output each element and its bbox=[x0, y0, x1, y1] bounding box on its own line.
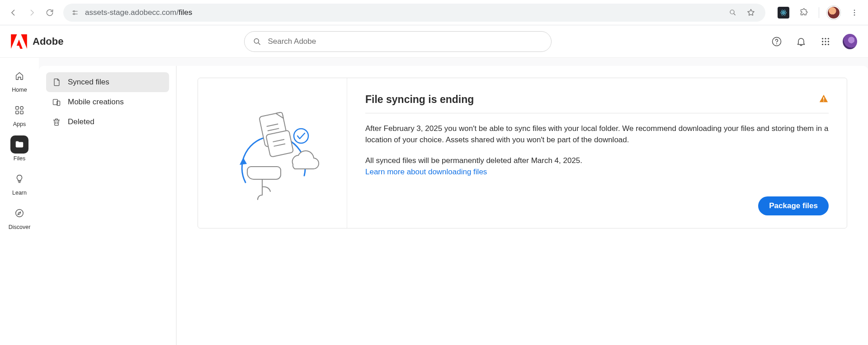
app-shell: Adobe bbox=[0, 25, 868, 345]
rail-item-home[interactable]: Home bbox=[7, 64, 32, 97]
notice-paragraph-2: All synced files will be permanently del… bbox=[365, 155, 829, 167]
svg-point-20 bbox=[825, 43, 826, 45]
warning-icon bbox=[819, 94, 829, 106]
browser-actions bbox=[774, 4, 863, 22]
sync-ending-notice: File syncing is ending After February 3,… bbox=[198, 78, 847, 228]
browser-forward-button[interactable] bbox=[23, 4, 41, 22]
zoom-icon bbox=[729, 9, 737, 17]
browser-profile-button[interactable] bbox=[825, 4, 843, 22]
svg-point-15 bbox=[828, 37, 829, 39]
sync-illustration-icon bbox=[225, 103, 320, 203]
svg-rect-32 bbox=[266, 130, 293, 157]
brand-name: Adobe bbox=[33, 36, 63, 47]
account-avatar-icon bbox=[843, 34, 857, 49]
svg-point-18 bbox=[828, 41, 829, 42]
main-content: File syncing is ending After February 3,… bbox=[177, 66, 868, 345]
rail-label: Home bbox=[12, 87, 27, 93]
puzzle-icon bbox=[800, 8, 809, 17]
rail-item-discover[interactable]: Discover bbox=[7, 201, 32, 234]
compass-icon bbox=[14, 208, 25, 219]
rail-label: Discover bbox=[9, 224, 31, 230]
learn-more-link[interactable]: Learn more about downloading files bbox=[365, 168, 829, 177]
bookmark-star-button[interactable] bbox=[744, 5, 758, 20]
svg-point-13 bbox=[822, 37, 823, 39]
rail-label: Learn bbox=[12, 190, 27, 196]
extensions-button[interactable] bbox=[795, 4, 813, 22]
nav-rail: Home Apps Files Learn bbox=[0, 58, 39, 345]
bell-icon bbox=[796, 36, 807, 47]
react-icon bbox=[778, 7, 789, 19]
account-button[interactable] bbox=[843, 34, 857, 49]
svg-point-3 bbox=[783, 12, 784, 13]
toolbar-separator bbox=[819, 7, 819, 18]
lightbulb-icon bbox=[14, 173, 25, 184]
svg-point-7 bbox=[854, 9, 855, 11]
app-switcher-button[interactable] bbox=[818, 34, 833, 49]
notice-illustration bbox=[198, 78, 347, 228]
reload-icon bbox=[45, 8, 54, 17]
arrow-right-icon bbox=[27, 8, 36, 17]
address-url: assets-stage.adobecc.com/files bbox=[85, 8, 192, 17]
rail-item-files[interactable]: Files bbox=[7, 133, 32, 165]
svg-point-8 bbox=[854, 12, 855, 13]
rail-label: Apps bbox=[13, 121, 26, 127]
address-bar[interactable]: assets-stage.adobecc.com/files bbox=[63, 4, 765, 22]
browser-menu-button[interactable] bbox=[845, 4, 863, 22]
notifications-button[interactable] bbox=[794, 34, 808, 49]
sidebar-item-label: Synced files bbox=[68, 78, 109, 87]
sidebar-item-synced-files[interactable]: Synced files bbox=[46, 72, 169, 92]
svg-point-14 bbox=[825, 37, 826, 39]
trash-icon bbox=[52, 117, 61, 127]
url-host: assets-stage.adobecc.com/ bbox=[85, 8, 179, 17]
search-input[interactable] bbox=[268, 37, 543, 46]
rail-label: Files bbox=[14, 155, 25, 162]
react-devtools-extension-button[interactable] bbox=[774, 4, 793, 22]
svg-point-2 bbox=[730, 10, 734, 14]
app-header: Adobe bbox=[0, 25, 868, 58]
notice-paragraph-1: After February 3, 2025 you won't be able… bbox=[365, 123, 829, 145]
notice-body: File syncing is ending After February 3,… bbox=[347, 78, 847, 228]
app-body: Home Apps Files Learn bbox=[0, 58, 868, 345]
svg-point-23 bbox=[20, 107, 23, 109]
browser-toolbar: assets-stage.adobecc.com/files bbox=[0, 0, 868, 25]
zoom-indicator-button[interactable] bbox=[726, 5, 740, 20]
search-field[interactable] bbox=[244, 31, 552, 52]
browser-back-button[interactable] bbox=[5, 4, 23, 22]
svg-point-19 bbox=[822, 43, 823, 45]
browser-reload-button[interactable] bbox=[41, 4, 59, 22]
file-icon bbox=[52, 77, 61, 87]
svg-point-10 bbox=[255, 38, 259, 43]
waffle-icon bbox=[821, 37, 830, 47]
rail-item-learn[interactable]: Learn bbox=[7, 167, 32, 200]
brand[interactable]: Adobe bbox=[11, 34, 63, 49]
devices-icon bbox=[52, 98, 61, 107]
svg-point-17 bbox=[825, 41, 826, 42]
svg-point-0 bbox=[73, 10, 75, 12]
package-files-button[interactable]: Package files bbox=[758, 196, 829, 215]
rail-item-apps[interactable]: Apps bbox=[7, 98, 32, 131]
sidebar-item-deleted[interactable]: Deleted bbox=[46, 112, 169, 132]
svg-rect-24 bbox=[16, 111, 19, 114]
svg-point-21 bbox=[828, 43, 829, 45]
notice-title: File syncing is ending bbox=[365, 93, 474, 106]
site-settings-icon[interactable] bbox=[71, 9, 80, 17]
help-button[interactable] bbox=[769, 34, 784, 49]
svg-point-1 bbox=[73, 13, 75, 14]
files-sidebar: Synced files Mobile creations Deleted bbox=[39, 66, 177, 345]
adobe-logo-icon bbox=[11, 34, 27, 49]
help-icon bbox=[771, 36, 782, 47]
content-area: Synced files Mobile creations Deleted bbox=[39, 58, 868, 345]
svg-rect-37 bbox=[823, 100, 824, 101]
apps-icon bbox=[14, 105, 25, 116]
svg-rect-25 bbox=[20, 111, 23, 114]
folder-icon bbox=[14, 139, 25, 150]
kebab-icon bbox=[850, 9, 859, 17]
svg-rect-22 bbox=[16, 107, 19, 109]
svg-point-12 bbox=[776, 43, 777, 44]
sidebar-item-mobile-creations[interactable]: Mobile creations bbox=[46, 92, 169, 112]
svg-point-16 bbox=[822, 41, 823, 42]
profile-avatar-icon bbox=[827, 6, 840, 19]
svg-point-26 bbox=[16, 210, 24, 217]
star-icon bbox=[746, 8, 755, 17]
svg-point-35 bbox=[294, 129, 308, 143]
